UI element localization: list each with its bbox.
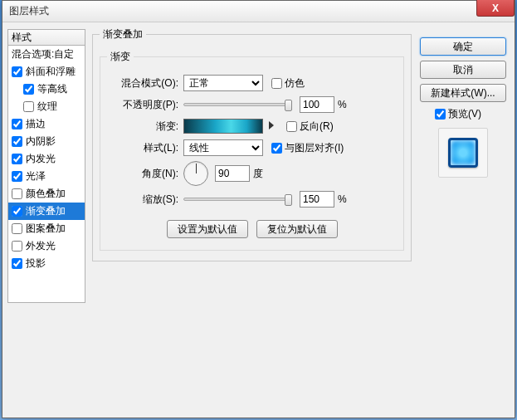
style-item-10[interactable]: 外发光 [8,237,85,255]
style-item-checkbox[interactable] [12,188,22,199]
style-item-label: 斜面和浮雕 [26,65,76,79]
reverse-check[interactable]: 反向(R) [286,120,334,134]
style-item-label: 外发光 [26,239,56,253]
opacity-slider[interactable] [183,103,291,106]
blend-mode-select[interactable]: 正常 [183,75,263,91]
style-select[interactable]: 线性 [183,139,263,156]
style-item-label: 光泽 [26,169,46,183]
styles-panel: 样式 混合选项:自定 斜面和浮雕等高线纹理描边内阴影内发光光泽颜色叠加渐变叠加图… [2,22,90,419]
scale-label: 缩放(S): [107,193,178,207]
gradient-group: 渐变 混合模式(O): 正常 仿色 不透明度(P): [100,50,404,251]
layer-style-dialog: 图层样式 X 样式 混合选项:自定 斜面和浮雕等高线纹理描边内阴影内发光光泽颜色… [2,0,515,418]
preview-thumb [448,138,478,168]
scale-slider[interactable] [183,198,291,201]
style-item-checkbox[interactable] [12,154,22,164]
reverse-checkbox[interactable] [286,121,297,132]
opacity-thumb[interactable] [285,100,292,111]
default-buttons-row: 设置为默认值 复位为默认值 [107,220,397,238]
scale-row: 缩放(S): % [107,188,397,210]
group-legend: 渐变叠加 [100,27,146,42]
close-icon: X [492,2,499,14]
style-row: 样式(L): 线性 与图层对齐(I) [107,137,397,159]
angle-input[interactable] [215,165,250,182]
gradient-picker[interactable] [183,119,263,134]
style-item-checkbox[interactable] [12,241,22,252]
blend-options-label: 混合选项:自定 [12,47,74,61]
set-default-button[interactable]: 设置为默认值 [167,220,248,238]
style-item-8[interactable]: 渐变叠加 [8,203,85,220]
style-label: 样式(L): [107,141,178,155]
align-label: 与图层对齐(I) [285,141,344,155]
preview-checkbox[interactable] [435,109,446,120]
dither-check[interactable]: 仿色 [271,76,305,90]
style-item-checkbox[interactable] [12,223,22,234]
style-item-checkbox[interactable] [12,119,22,129]
ok-button[interactable]: 确定 [420,37,506,56]
dither-checkbox[interactable] [271,78,282,89]
blend-options-item[interactable]: 混合选项:自定 [8,46,85,63]
opacity-input[interactable] [300,96,334,113]
dialog-body: 样式 混合选项:自定 斜面和浮雕等高线纹理描边内阴影内发光光泽颜色叠加渐变叠加图… [2,22,515,419]
titlebar: 图层样式 X [2,1,515,22]
dither-label: 仿色 [285,76,305,90]
style-item-4[interactable]: 内阴影 [8,133,85,150]
style-item-checkbox[interactable] [23,84,34,95]
angle-dial[interactable] [183,161,208,186]
style-item-checkbox[interactable] [23,101,34,112]
scale-thumb[interactable] [285,194,292,206]
style-item-label: 描边 [26,117,46,131]
styles-list: 混合选项:自定 斜面和浮雕等高线纹理描边内阴影内发光光泽颜色叠加渐变叠加图案叠加… [7,46,85,303]
style-item-checkbox[interactable] [12,171,22,182]
action-panel: 确定 取消 新建样式(W)... 预览(V) [415,22,515,419]
scale-input[interactable] [300,191,334,208]
opacity-row: 不透明度(P): % [107,94,397,115]
preview-check[interactable]: 预览(V) [435,107,506,121]
settings-panel: 渐变叠加 渐变 混合模式(O): 正常 仿色 不透明度 [90,22,415,419]
opacity-unit: % [338,99,347,110]
dialog-title: 图层样式 [9,4,49,18]
style-item-checkbox[interactable] [12,206,22,217]
style-item-label: 渐变叠加 [26,204,66,218]
style-item-checkbox[interactable] [12,258,22,269]
style-item-label: 内发光 [26,152,56,166]
style-item-label: 颜色叠加 [26,187,66,201]
reset-default-button[interactable]: 复位为默认值 [256,220,338,238]
new-style-button[interactable]: 新建样式(W)... [420,84,506,102]
align-check[interactable]: 与图层对齐(I) [271,141,344,155]
style-item-label: 等高线 [37,82,67,96]
blend-mode-row: 混合模式(O): 正常 仿色 [107,72,397,94]
angle-label: 角度(N): [107,167,178,181]
style-item-checkbox[interactable] [12,66,22,77]
style-item-label: 内阴影 [26,134,56,149]
style-item-label: 纹理 [37,100,57,114]
scale-unit: % [338,193,347,205]
preview-label: 预览(V) [448,107,481,121]
style-item-checkbox[interactable] [12,136,22,147]
gradient-row: 渐变: 反向(R) [107,115,397,137]
style-item-6[interactable]: 光泽 [8,168,85,185]
cancel-button[interactable]: 取消 [420,61,506,79]
style-item-5[interactable]: 内发光 [8,150,85,168]
style-item-0[interactable]: 斜面和浮雕 [8,63,85,81]
reverse-label: 反向(R) [300,120,334,134]
style-item-7[interactable]: 颜色叠加 [8,185,85,203]
preview-box [438,128,488,178]
style-item-label: 投影 [26,256,46,271]
style-item-11[interactable]: 投影 [8,255,85,272]
style-item-2[interactable]: 纹理 [8,98,85,115]
angle-unit: 度 [253,167,263,181]
gradient-overlay-group: 渐变叠加 渐变 混合模式(O): 正常 仿色 不透明度 [92,27,412,261]
style-item-3[interactable]: 描边 [8,115,85,133]
align-checkbox[interactable] [271,143,282,154]
blend-mode-label: 混合模式(O): [107,76,178,90]
angle-row: 角度(N): 度 [107,159,397,188]
inner-legend: 渐变 [107,50,134,64]
opacity-label: 不透明度(P): [107,98,178,112]
gradient-label: 渐变: [107,120,178,134]
styles-header: 样式 [7,29,85,46]
style-item-9[interactable]: 图案叠加 [8,220,85,237]
style-item-1[interactable]: 等高线 [8,81,85,98]
close-button[interactable]: X [476,0,515,17]
style-item-label: 图案叠加 [26,222,66,236]
